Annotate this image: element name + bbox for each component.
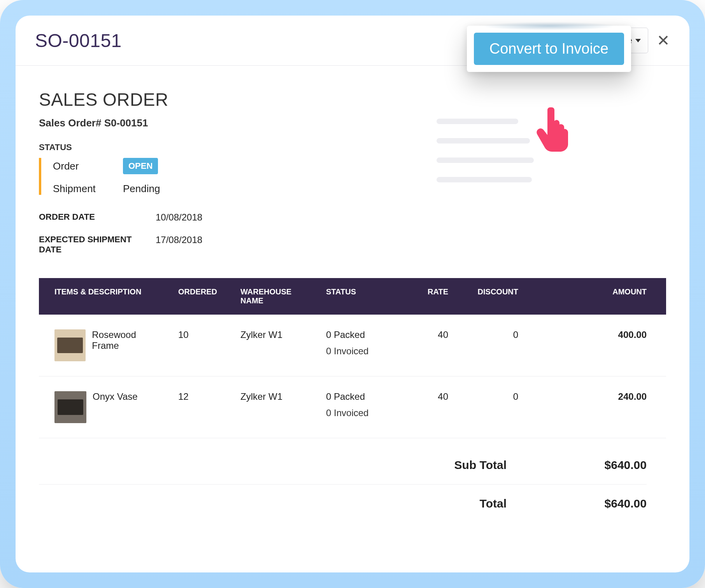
convert-to-invoice-button[interactable]: Convert to Invoice	[474, 33, 624, 65]
subtotal-label: Sub Total	[454, 458, 507, 472]
order-date-value: 10/08/2018	[156, 212, 666, 223]
chevron-down-icon	[635, 39, 641, 42]
skeleton-line	[437, 177, 532, 182]
col-status: STATUS	[319, 278, 397, 315]
table-row[interactable]: Rosewood Frame 10 Zylker W1 0 Packed 0 I…	[39, 315, 666, 376]
item-discount: 0	[455, 376, 525, 438]
col-amount: AMOUNT	[525, 278, 666, 315]
col-items: ITEMS & DESCRIPTION	[39, 278, 171, 315]
window-frame: SO-00151 re	[0, 0, 705, 588]
total-row: Total $640.00	[39, 485, 647, 523]
pointer-hand-icon	[534, 105, 573, 152]
totals-section: Sub Total $640.00 Total $640.00	[39, 446, 666, 523]
item-warehouse: Zylker W1	[233, 315, 319, 376]
total-label: Total	[480, 497, 507, 510]
skeleton-line	[437, 119, 518, 124]
item-name: Onyx Vase	[93, 391, 138, 402]
item-thumbnail	[54, 329, 86, 361]
total-value: $640.00	[577, 497, 647, 510]
document-body: SALES ORDER Sales Order# S0-00151 STATUS…	[16, 66, 689, 538]
content-placeholder	[437, 119, 534, 182]
item-status: 0 Packed 0 Invoiced	[319, 315, 397, 376]
expected-date-value: 17/08/2018	[156, 234, 666, 255]
col-discount: DISCOUNT	[455, 278, 525, 315]
col-rate: RATE	[397, 278, 455, 315]
order-status-badge: OPEN	[123, 158, 158, 174]
item-status: 0 Packed 0 Invoiced	[319, 376, 397, 438]
close-button[interactable]: ✕	[657, 32, 670, 49]
sales-order-number: SO-00151	[35, 30, 122, 51]
item-rate: 40	[397, 315, 455, 376]
item-thumbnail	[54, 391, 86, 423]
item-warehouse: Zylker W1	[233, 376, 319, 438]
skeleton-line	[437, 138, 530, 144]
shipment-status-value: Pending	[123, 183, 666, 195]
expected-date-label: EXPECTED SHIPMENT DATE	[39, 234, 152, 255]
table-row[interactable]: Onyx Vase 12 Zylker W1 0 Packed 0 Invoic…	[39, 376, 666, 438]
col-ordered: ORDERED	[171, 278, 233, 315]
col-warehouse: WAREHOUSE NAME	[233, 278, 319, 315]
item-ordered: 10	[171, 315, 233, 376]
item-ordered: 12	[171, 376, 233, 438]
shipment-status-label: Shipment	[53, 183, 123, 195]
convert-popover: Convert to Invoice	[467, 26, 631, 72]
item-name: Rosewood Frame	[92, 329, 164, 351]
skeleton-line	[437, 158, 534, 163]
status-block: Order OPEN Shipment Pending	[39, 158, 666, 195]
order-status-label: Order	[53, 160, 123, 172]
table-header-row: ITEMS & DESCRIPTION ORDERED WAREHOUSE NA…	[39, 278, 666, 315]
line-items-table: ITEMS & DESCRIPTION ORDERED WAREHOUSE NA…	[39, 278, 666, 438]
order-date-label: ORDER DATE	[39, 212, 152, 223]
subtotal-value: $640.00	[577, 458, 647, 472]
item-amount: 240.00	[525, 376, 666, 438]
item-amount: 400.00	[525, 315, 666, 376]
item-discount: 0	[455, 315, 525, 376]
item-rate: 40	[397, 376, 455, 438]
sales-order-panel: SO-00151 re	[16, 16, 689, 572]
subtotal-row: Sub Total $640.00	[39, 446, 647, 485]
